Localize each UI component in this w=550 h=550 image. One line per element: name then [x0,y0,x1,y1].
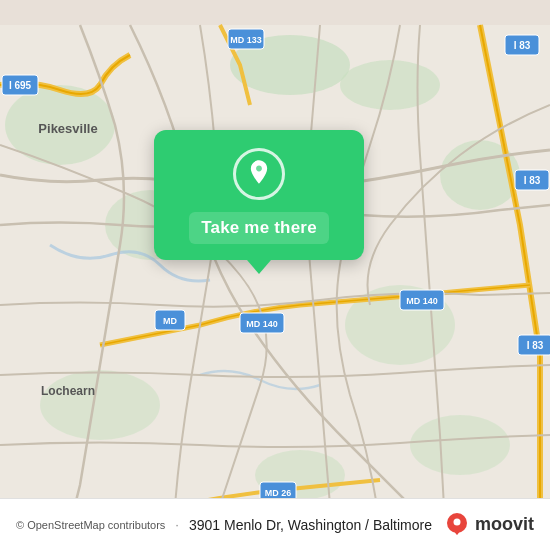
info-bar: © OpenStreetMap contributors · 3901 Menl… [0,498,550,550]
svg-point-8 [410,415,510,475]
copyright-text: © OpenStreetMap contributors [16,519,165,531]
location-pin-circle [233,148,285,200]
map-container: I 695 I 83 I 83 I 83 MD 133 MD MD 140 MD… [0,0,550,550]
svg-text:MD 26: MD 26 [265,488,292,498]
map-svg: I 695 I 83 I 83 I 83 MD 133 MD MD 140 MD… [0,0,550,550]
moovit-logo: moovit [443,511,534,539]
svg-point-32 [453,518,460,525]
svg-text:I 695: I 695 [9,80,32,91]
info-bar-left: © OpenStreetMap contributors · 3901 Menl… [16,517,432,533]
svg-text:I 83: I 83 [527,340,544,351]
svg-text:MD 140: MD 140 [246,319,278,329]
moovit-icon [443,511,471,539]
svg-text:I 83: I 83 [524,175,541,186]
svg-point-30 [256,165,263,172]
take-me-there-button[interactable]: Take me there [189,212,329,244]
svg-text:MD 140: MD 140 [406,296,438,306]
address-text: 3901 Menlo Dr, Washington / Baltimore [189,517,432,533]
svg-point-2 [340,60,440,110]
svg-text:I 83: I 83 [514,40,531,51]
location-pin-icon [245,158,273,190]
svg-point-7 [40,370,160,440]
svg-text:MD: MD [163,316,177,326]
svg-text:Pikesville: Pikesville [38,121,97,136]
moovit-brand-text: moovit [475,514,534,535]
svg-text:MD 133: MD 133 [230,35,262,45]
svg-text:Lochearn: Lochearn [41,384,95,398]
popup-card: Take me there [154,130,364,260]
